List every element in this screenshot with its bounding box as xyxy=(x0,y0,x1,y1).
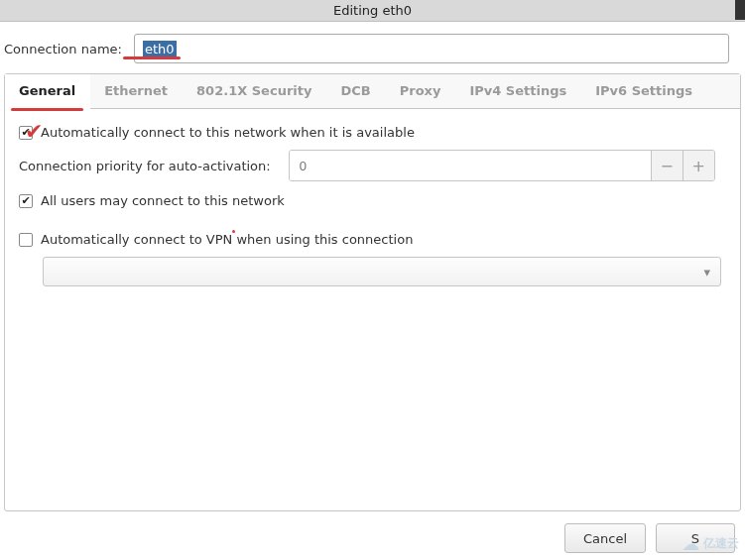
auto-connect-row: ✔ Automatically connect to this network … xyxy=(19,125,726,140)
auto-connect-checkbox[interactable] xyxy=(19,126,33,140)
auto-vpn-checkbox[interactable] xyxy=(19,233,33,247)
connection-name-label: Connection name: xyxy=(4,42,122,56)
vpn-selection-combo[interactable]: ▾ xyxy=(43,257,721,286)
tab-general[interactable]: General xyxy=(5,74,90,109)
connection-name-input[interactable]: eth0 xyxy=(134,34,729,63)
all-users-checkbox[interactable] xyxy=(19,194,33,208)
tab-ipv6-settings[interactable]: IPv6 Settings xyxy=(581,74,707,108)
tab-ipv4-settings[interactable]: IPv4 Settings xyxy=(455,74,581,108)
settings-notebook: General Ethernet 802.1X Security DCB Pro… xyxy=(4,73,741,511)
auto-vpn-label: Automatically connect to VPN when using … xyxy=(41,232,413,247)
priority-increment-button[interactable]: + xyxy=(683,151,714,180)
cloud-icon: ☁ xyxy=(682,533,699,554)
priority-spinbutton: − + xyxy=(289,150,715,181)
window-title-text: Editing eth0 xyxy=(333,3,412,18)
priority-row: Connection priority for auto-activation:… xyxy=(19,150,726,181)
auto-vpn-row: Automatically connect to VPN when using … xyxy=(19,232,726,247)
connection-name-row: Connection name: eth0 xyxy=(0,22,745,73)
window-title: Editing eth0 xyxy=(0,0,745,22)
priority-input[interactable] xyxy=(290,151,651,180)
cancel-button[interactable]: Cancel xyxy=(564,523,646,553)
plus-icon: + xyxy=(692,157,705,175)
tab-page-general: ✔ Automatically connect to this network … xyxy=(5,109,740,510)
tab-ethernet[interactable]: Ethernet xyxy=(90,74,183,108)
watermark: ☁ 亿速云 xyxy=(682,533,739,554)
all-users-label: All users may connect to this network xyxy=(41,193,285,208)
watermark-text: 亿速云 xyxy=(703,535,739,552)
priority-label: Connection priority for auto-activation: xyxy=(19,159,271,173)
connection-name-value: eth0 xyxy=(143,41,177,57)
annotation-underline-name xyxy=(123,56,181,59)
scrollbar-stub xyxy=(735,0,745,20)
tab-proxy[interactable]: Proxy xyxy=(386,74,456,108)
tab-strip: General Ethernet 802.1X Security DCB Pro… xyxy=(5,74,740,109)
tab-dcb[interactable]: DCB xyxy=(326,74,385,108)
all-users-row: All users may connect to this network xyxy=(19,193,726,208)
priority-decrement-button[interactable]: − xyxy=(651,151,683,180)
auto-connect-label: Automatically connect to this network wh… xyxy=(41,125,415,140)
minus-icon: − xyxy=(661,157,674,175)
dialog-footer: Cancel S xyxy=(0,515,745,560)
tab-8021x-security[interactable]: 802.1X Security xyxy=(183,74,326,108)
chevron-down-icon: ▾ xyxy=(703,265,710,280)
annotation-red-dot xyxy=(232,230,235,233)
